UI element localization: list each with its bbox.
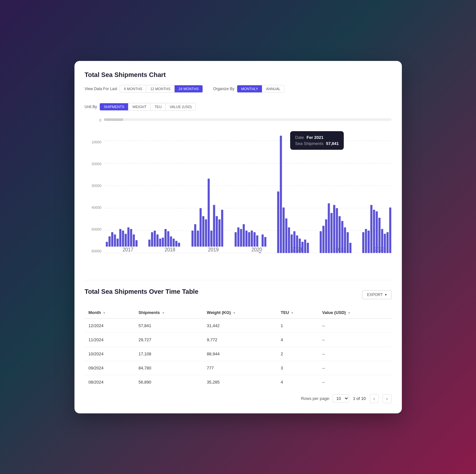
cell-teu: 3 bbox=[277, 361, 318, 375]
svg-rect-28 bbox=[153, 231, 156, 247]
svg-rect-52 bbox=[240, 229, 242, 247]
svg-rect-22 bbox=[127, 227, 129, 247]
svg-rect-93 bbox=[381, 229, 383, 253]
cell-value: -- bbox=[318, 333, 392, 347]
svg-text:2017: 2017 bbox=[123, 247, 133, 252]
sort-icon-shipments: ▾ bbox=[162, 311, 164, 315]
y-label-10000: 10000 bbox=[91, 140, 101, 144]
col-shipments[interactable]: Shipments ▾ bbox=[135, 307, 203, 318]
cell-teu: 4 bbox=[277, 333, 318, 347]
sort-icon-teu: ▾ bbox=[291, 311, 293, 315]
table-title: Total Sea Shipments Over Time Table bbox=[85, 288, 199, 295]
svg-rect-47 bbox=[216, 216, 218, 247]
svg-rect-16 bbox=[111, 232, 113, 247]
unit-weight-button[interactable]: WEIGHT bbox=[128, 103, 151, 110]
cell-shipments: 17,108 bbox=[135, 347, 203, 361]
svg-rect-25 bbox=[135, 240, 138, 247]
svg-rect-56 bbox=[251, 231, 253, 247]
svg-rect-23 bbox=[130, 229, 132, 247]
export-button[interactable]: EXPORT ▾ bbox=[362, 290, 391, 299]
cell-value: -- bbox=[318, 318, 392, 333]
cell-weight: 777 bbox=[203, 361, 277, 375]
view-data-group: View Data For Last 6 MONTHS 12 MONTHS 24… bbox=[85, 85, 203, 93]
col-teu[interactable]: TEU ▾ bbox=[277, 307, 318, 318]
cell-teu: 4 bbox=[277, 375, 318, 389]
svg-rect-42 bbox=[202, 216, 204, 247]
svg-rect-67 bbox=[290, 234, 293, 253]
svg-rect-43 bbox=[205, 219, 207, 247]
svg-rect-48 bbox=[218, 219, 221, 247]
svg-rect-65 bbox=[285, 218, 287, 253]
svg-rect-61 bbox=[264, 237, 266, 247]
svg-rect-36 bbox=[175, 241, 177, 247]
svg-rect-94 bbox=[384, 234, 386, 253]
unit-teu-button[interactable]: TEU bbox=[151, 103, 166, 110]
y-label-60000: 60000 bbox=[91, 249, 101, 253]
cell-value: -- bbox=[318, 361, 392, 375]
sort-icon-weight: ▾ bbox=[233, 311, 235, 315]
svg-rect-64 bbox=[282, 207, 285, 253]
prev-page-button[interactable]: ‹ bbox=[370, 394, 379, 403]
svg-rect-66 bbox=[288, 227, 290, 253]
rows-per-page-select[interactable]: 10 25 50 bbox=[332, 394, 349, 402]
y-label-40000: 40000 bbox=[91, 206, 101, 209]
cell-teu: 1 bbox=[277, 318, 318, 333]
svg-rect-79 bbox=[333, 205, 335, 253]
svg-rect-26 bbox=[148, 240, 151, 247]
cell-month: 08/2024 bbox=[85, 375, 135, 389]
svg-rect-53 bbox=[243, 224, 245, 247]
svg-rect-82 bbox=[341, 221, 343, 253]
svg-rect-55 bbox=[248, 232, 250, 247]
pagination-row: Rows per page: 10 25 50 1 of 10 ‹ › bbox=[85, 394, 392, 403]
svg-rect-35 bbox=[172, 239, 175, 247]
svg-rect-30 bbox=[159, 239, 161, 247]
svg-rect-89 bbox=[370, 205, 372, 253]
chart-container: 60000 50000 40000 30000 20000 10000 0 Da… bbox=[85, 118, 392, 272]
svg-rect-57 bbox=[253, 232, 255, 247]
svg-rect-87 bbox=[365, 229, 367, 253]
cell-shipments: 84,780 bbox=[135, 361, 203, 375]
col-value[interactable]: Value (USD) ▾ bbox=[318, 307, 392, 318]
svg-rect-15 bbox=[108, 236, 111, 247]
svg-rect-74 bbox=[320, 231, 322, 253]
col-month[interactable]: Month ▾ bbox=[85, 307, 135, 318]
y-label-0: 0 bbox=[99, 118, 101, 122]
svg-rect-86 bbox=[362, 232, 364, 253]
unit-shipments-button[interactable]: SHIPMENTS bbox=[100, 103, 128, 110]
svg-rect-18 bbox=[117, 239, 119, 247]
svg-rect-44 bbox=[207, 179, 210, 247]
table-header: Month ▾ Shipments ▾ Weight (KG) ▾ TEU ▾ … bbox=[85, 307, 392, 318]
svg-rect-31 bbox=[162, 238, 164, 247]
svg-rect-59 bbox=[259, 252, 261, 253]
view-6months-button[interactable]: 6 MONTHS bbox=[120, 85, 146, 92]
table-row: 08/2024 56,890 35,285 4 -- bbox=[85, 375, 392, 389]
y-label-50000: 50000 bbox=[91, 227, 101, 231]
organize-monthly-button[interactable]: MONTHLY bbox=[237, 85, 262, 92]
svg-rect-19 bbox=[119, 229, 121, 247]
svg-rect-34 bbox=[170, 236, 172, 247]
col-weight[interactable]: Weight (KG) ▾ bbox=[203, 307, 277, 318]
next-page-button[interactable]: › bbox=[383, 394, 392, 403]
svg-rect-78 bbox=[330, 213, 333, 253]
view-24months-button[interactable]: 24 MONTHS bbox=[175, 85, 203, 92]
view-12months-button[interactable]: 12 MONTHS bbox=[146, 85, 175, 92]
unit-buttons: SHIPMENTS WEIGHT TEU VALUE (USD) bbox=[100, 103, 196, 111]
cell-value: -- bbox=[318, 375, 392, 389]
chart-title: Total Sea Shipments Chart bbox=[85, 71, 392, 79]
svg-rect-76 bbox=[325, 219, 327, 253]
table-section: Total Sea Shipments Over Time Table EXPO… bbox=[85, 288, 392, 403]
svg-rect-20 bbox=[122, 231, 124, 247]
svg-rect-33 bbox=[167, 231, 169, 247]
svg-rect-58 bbox=[256, 235, 258, 247]
organize-annual-button[interactable]: ANNUAL bbox=[262, 85, 284, 92]
svg-rect-62 bbox=[277, 191, 279, 253]
bar-chart-svg: 2017 2018 2019 2020 2021 2022 2023 bbox=[104, 118, 392, 253]
cell-value: -- bbox=[318, 347, 392, 361]
organize-label: Organize By bbox=[213, 87, 234, 91]
unit-value-button[interactable]: VALUE (USD) bbox=[166, 103, 195, 110]
unit-label: Unit By bbox=[85, 105, 97, 109]
svg-rect-80 bbox=[336, 208, 338, 253]
svg-rect-90 bbox=[373, 210, 375, 253]
section-divider bbox=[85, 280, 392, 280]
view-data-buttons: 6 MONTHS 12 MONTHS 24 MONTHS bbox=[120, 85, 203, 93]
